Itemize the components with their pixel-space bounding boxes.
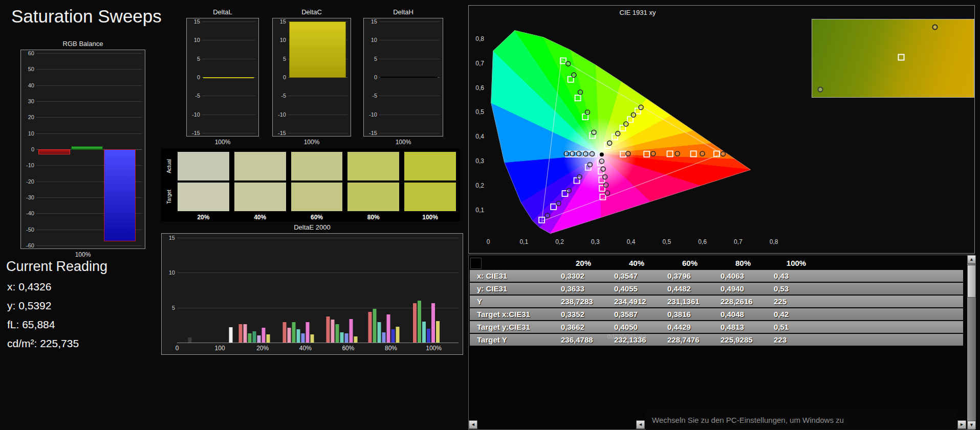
delta-h-chart: DeltaH 151050-5-10-15 100% — [363, 8, 443, 146]
swatch-actual-40% — [234, 152, 286, 180]
deltae-bar-group — [326, 238, 357, 343]
current-reading-y: y: 0,5392 — [7, 300, 107, 312]
deltae-bar — [267, 334, 270, 343]
table-value-cell: 0,43 — [770, 271, 823, 280]
deltae-bar — [436, 321, 440, 343]
table-value-cell: 0,53 — [770, 284, 823, 293]
delta_c-bar-value — [289, 21, 345, 78]
deltae-bar — [310, 334, 314, 343]
cie-x-tick: 0,2 — [555, 238, 564, 245]
gridline — [202, 96, 255, 96]
scroll-up-button[interactable]: ▲ — [967, 255, 976, 264]
table-row: Target y:CIE310,36620,40500,44290,48130,… — [470, 321, 963, 333]
deltae-bar — [422, 322, 426, 343]
delta-h-plot: 151050-5-10-15 — [363, 18, 443, 137]
deltae-bar — [354, 336, 357, 343]
table-value-cell: 0,3352 — [557, 310, 610, 319]
delta-l-xlabel: 100% — [186, 139, 259, 146]
cie-x-tick: 0,6 — [698, 238, 707, 245]
table-row-label: Target Y — [470, 335, 557, 344]
measured-point — [639, 105, 643, 109]
measured-point — [721, 151, 725, 156]
deltae-bar — [296, 329, 300, 343]
measured-point-icon — [817, 86, 823, 92]
watermark-text: dd2350d1-ea — [607, 332, 646, 340]
y-tick-label: -30 — [23, 195, 34, 200]
measured-point — [545, 213, 550, 218]
table-row: Target Y236,4788232,1336228,7476225,9285… — [470, 334, 963, 346]
swatch-actual-100% — [404, 152, 456, 180]
deltae-bar — [413, 303, 417, 343]
y-tick-label: -10 — [274, 111, 286, 117]
gridline — [202, 115, 255, 115]
y-tick-label: -50 — [23, 227, 34, 232]
y-tick-label: -5 — [188, 93, 200, 99]
deltae-bar-group — [239, 238, 270, 343]
cie-y-tick: 0,3 — [475, 157, 484, 165]
deltae-bar — [340, 332, 343, 343]
scroll-right-button[interactable]: ► — [957, 420, 966, 429]
current-reading: Current Reading x: 0,4326 y: 0,5392 fL: … — [6, 259, 107, 356]
y-tick-label: 15 — [188, 19, 200, 25]
y-tick-label: 5 — [274, 56, 286, 61]
table-value-cell: 0,3633 — [557, 284, 610, 293]
table-value-cell: 231,1361 — [663, 297, 716, 306]
deltae-bar-group — [368, 238, 400, 343]
gridline — [379, 40, 440, 40]
delta_h-area: 151050-5-10-15 — [379, 21, 440, 133]
saturation-swatch-panel: ActualTarget20%40%60%80%100% — [161, 149, 460, 221]
table-row-label: x: CIE31 — [470, 271, 557, 280]
rgb-balance-chart: RGB Balance 6050403020100-10-20-30-40-50… — [20, 40, 145, 258]
y-tick-label: 5 — [163, 305, 175, 310]
cie-x-tick: 0,7 — [734, 238, 743, 245]
delta-h-xlabel: 100% — [363, 139, 443, 146]
scroll-left-button[interactable]: ◄ — [469, 420, 477, 429]
gridline — [379, 96, 440, 96]
y-tick-label: 10 — [274, 37, 286, 43]
gridline — [36, 69, 142, 70]
vertical-scrollbar-thumb[interactable] — [967, 265, 976, 298]
scroll-left-button-2[interactable]: ◄ — [636, 420, 645, 429]
deltae-bar — [306, 322, 309, 343]
table-value-cell: 238,7283 — [557, 297, 610, 306]
gridline — [288, 96, 347, 96]
calman-app: Saturation Sweeps RGB Balance 6050403020… — [0, 0, 980, 430]
deltae-bar — [431, 303, 435, 343]
deltae-bar — [382, 332, 386, 343]
measured-point — [675, 151, 680, 156]
rgb_balance-area: 6050403020100-10-20-30-40-50-60 — [36, 53, 142, 245]
deltae-bar — [373, 309, 377, 343]
measured-point — [605, 191, 609, 195]
measured-point — [700, 151, 705, 156]
rgb_balance-bar-blue — [104, 149, 136, 241]
deltae-bar — [253, 331, 256, 343]
swatch-actual-80% — [347, 152, 399, 180]
y-tick-label: 40 — [23, 82, 34, 88]
y-tick-label: 5 — [365, 56, 377, 61]
delta-l-title: DeltaL — [186, 8, 259, 16]
cie-y-tick: 0,8 — [475, 35, 484, 42]
cie-y-tick: 0,4 — [475, 133, 484, 140]
table-value-cell: 0,4063 — [716, 271, 770, 280]
deltae-bar — [344, 333, 348, 343]
measured-point — [572, 73, 576, 77]
y-tick-label: 30 — [23, 99, 34, 104]
measured-point-icon — [932, 25, 938, 30]
x-tick-label: 40% — [299, 345, 312, 352]
scroll-down-button[interactable]: ▼ — [967, 421, 976, 429]
cie-y-tick: 0,7 — [475, 60, 484, 67]
deltae-bar — [229, 327, 232, 343]
measured-point — [592, 130, 596, 134]
measured-point — [603, 174, 607, 179]
table-row-label: Target x:CIE31 — [470, 310, 557, 319]
table-value-cell: 0,4482 — [663, 284, 716, 293]
measured-point — [566, 61, 571, 66]
swatch-target-100% — [404, 183, 456, 211]
rgb_balance-bar-red — [38, 149, 70, 154]
delta-l-plot: 151050-5-10-15 — [186, 18, 259, 137]
measured-point — [601, 167, 605, 171]
rgb-balance-title: RGB Balance — [20, 40, 145, 48]
gridline — [36, 85, 142, 86]
deltae-bar — [418, 301, 421, 343]
deltae-bar-group — [188, 238, 191, 343]
